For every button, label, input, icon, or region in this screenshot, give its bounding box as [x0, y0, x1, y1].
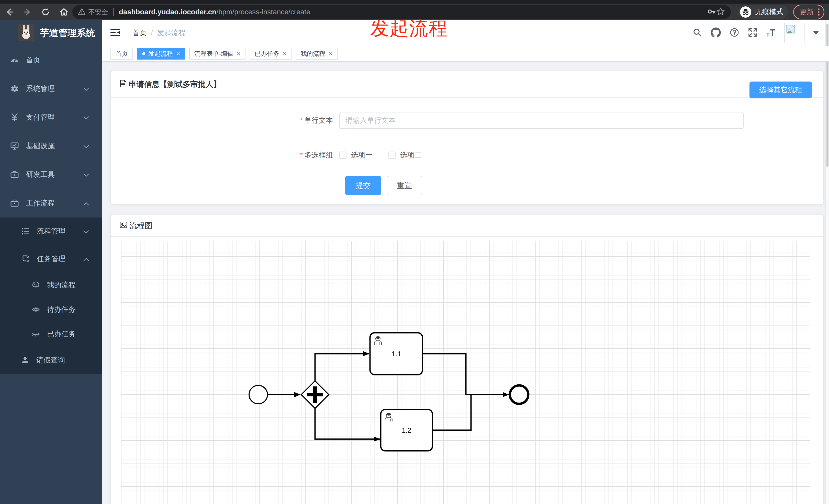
sidebar-item-system[interactable]: 系统管理 [0, 74, 102, 103]
sidebar-item-my-process[interactable]: 我的流程 [0, 273, 102, 297]
bpmn-start-event[interactable] [249, 385, 267, 404]
sidebar-item-label: 支付管理 [26, 112, 55, 122]
fullscreen-icon[interactable] [748, 28, 758, 38]
breadcrumb-separator: / [151, 29, 153, 37]
chevron-down-icon [83, 113, 89, 121]
checkbox-option-2[interactable]: 选项二 [388, 150, 422, 160]
tab-done-tasks[interactable]: 已办任务× [250, 48, 291, 60]
image-icon [120, 221, 127, 231]
close-icon[interactable]: × [237, 50, 240, 57]
reset-button[interactable]: 重置 [387, 176, 422, 195]
chevron-down-icon [83, 85, 89, 93]
breadcrumb-home[interactable]: 首页 [133, 28, 147, 38]
bpmn-user-task-1-1[interactable]: 1.1 [370, 333, 423, 375]
url-path: /bpm/process-instance/create [216, 8, 310, 16]
bpmn-end-event[interactable] [510, 385, 528, 404]
sidebar-item-todo-tasks[interactable]: 待办任务 [0, 297, 102, 322]
form-row-text: *单行文本 [111, 112, 823, 129]
flow-task-1-1-out [423, 354, 466, 395]
bpmn-diagram: 1.1 1.2 [121, 241, 810, 504]
required-asterisk: * [300, 116, 303, 124]
bpmn-canvas[interactable]: 1.1 1.2 [121, 241, 810, 504]
chevron-down-icon [83, 227, 89, 235]
app-logo-row[interactable]: 芋道管理系统 [0, 20, 102, 46]
yen-icon [10, 113, 19, 122]
password-key-icon[interactable] [707, 7, 716, 17]
reload-icon[interactable] [41, 7, 50, 16]
sidebar-item-label: 流程管理 [37, 226, 66, 236]
chevron-up-icon [83, 255, 89, 263]
home-icon[interactable] [59, 7, 69, 16]
robot-icon [32, 281, 40, 289]
scrollbar-thumb[interactable] [826, 24, 828, 167]
bpmn-parallel-gateway[interactable] [301, 381, 329, 409]
single-line-text-input[interactable] [339, 112, 744, 129]
task-label: 1.1 [392, 350, 401, 358]
app-root: 不安全 dashboard.yudao.iocoder.cn/bpm/proce… [0, 0, 829, 504]
sidebar-item-infra[interactable]: 基础设施 [0, 131, 102, 160]
field-label-single-line: *单行文本 [111, 116, 339, 125]
top-navbar: 首页 / 发起流程 TT [102, 20, 829, 46]
back-icon[interactable] [5, 8, 14, 16]
diagram-title: 流程图 [120, 221, 152, 231]
user-icon [21, 356, 29, 364]
incognito-badge: 无痕模式 [738, 5, 788, 19]
form-actions: 提交 重置 [345, 176, 823, 195]
security-label[interactable]: 不安全 [88, 8, 108, 16]
app-logo [18, 24, 34, 42]
page-scrollbar[interactable] [825, 20, 829, 504]
sidebar-item-label: 工作流程 [26, 198, 55, 208]
tab-my-process[interactable]: 我的流程× [296, 48, 337, 60]
not-secure-icon[interactable] [78, 8, 86, 16]
checkbox-icon[interactable] [388, 152, 396, 159]
sidebar-item-leave-query[interactable]: 请假查询 [0, 346, 102, 374]
sidebar-item-done-tasks[interactable]: 已办任务 [0, 322, 102, 346]
eye-open-icon [32, 305, 40, 314]
font-size-icon[interactable]: TT [766, 28, 775, 38]
github-icon[interactable] [711, 27, 721, 39]
sidebar-item-process-mgmt[interactable]: 流程管理 [0, 218, 102, 245]
workflow-icon [21, 255, 30, 263]
browser-tab-strip [0, 0, 829, 4]
sidebar-item-task-mgmt[interactable]: 任务管理 [0, 245, 102, 273]
apply-info-title: 申请信息【测试多审批人】 [120, 79, 221, 90]
close-icon[interactable]: × [283, 50, 286, 57]
task-label: 1.2 [402, 427, 411, 434]
apply-info-card: 申请信息【测试多审批人】 选择其它流程 *单行文本 *多选框组 选项一 选项二 [110, 71, 824, 204]
flow-gateway-to-task-1-1 [315, 354, 369, 381]
sidebar-item-label: 基础设施 [26, 141, 55, 151]
sidebar-collapse-icon[interactable] [110, 28, 120, 38]
sidebar-item-payment[interactable]: 支付管理 [0, 103, 102, 131]
sidebar-item-label: 待办任务 [47, 305, 76, 314]
bookmark-star-icon[interactable] [716, 7, 725, 17]
search-icon[interactable] [693, 28, 702, 38]
browser-menu-icon[interactable] [818, 8, 820, 15]
forward-icon[interactable] [23, 8, 32, 16]
checkbox-option-1[interactable]: 选项一 [339, 150, 372, 160]
flow-gateway-to-task-1-2 [315, 409, 380, 439]
avatar-caret-icon[interactable] [813, 31, 819, 35]
incognito-label: 无痕模式 [755, 7, 784, 17]
active-dot-icon [142, 52, 145, 55]
sidebar-item-label: 系统管理 [26, 84, 55, 93]
sidebar: 芋道管理系统 首页 系统管理 支付管理 基础设施 [0, 20, 102, 504]
gear-icon [10, 84, 19, 93]
submit-button[interactable]: 提交 [345, 176, 381, 195]
close-icon[interactable]: × [329, 50, 332, 57]
update-label[interactable]: 更新 [800, 7, 814, 17]
help-icon[interactable] [729, 28, 739, 38]
sidebar-item-home[interactable]: 首页 [0, 46, 102, 74]
browser-update-button[interactable]: 更新 [793, 5, 824, 20]
tab-home[interactable]: 首页 [110, 48, 133, 60]
avatar[interactable] [784, 23, 804, 43]
sidebar-item-label: 已办任务 [47, 329, 76, 339]
tab-start-process[interactable]: 发起流程× [137, 48, 185, 60]
sidebar-item-workflow[interactable]: 工作流程 [0, 189, 102, 218]
select-other-process-button[interactable]: 选择其它流程 [750, 81, 812, 99]
sidebar-item-devtools[interactable]: 研发工具 [0, 160, 102, 189]
checkbox-icon[interactable] [339, 152, 347, 159]
close-icon[interactable]: × [176, 50, 180, 57]
workflow-submenu: 流程管理 任务管理 我的流程 待办任务 已办 [0, 218, 102, 374]
tab-form-edit[interactable]: 流程表单-编辑× [189, 48, 246, 60]
bpmn-user-task-1-2[interactable]: 1.2 [381, 410, 432, 451]
